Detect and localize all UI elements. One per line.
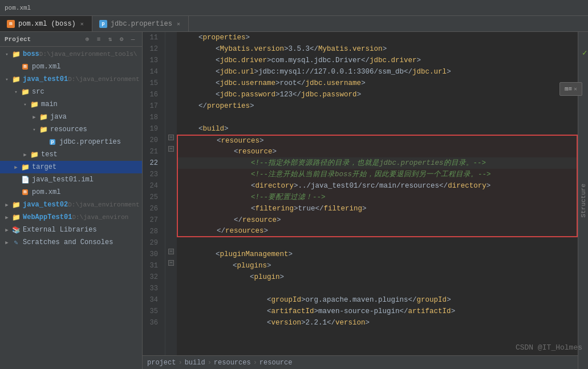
tree-arrow: ▾ bbox=[2, 50, 11, 59]
tree-arrow: ▾ bbox=[21, 100, 30, 109]
line-num-28: 28 bbox=[143, 226, 161, 237]
sidebar-item-scratches[interactable]: ▶ ✎ Scratches and Consoles bbox=[0, 236, 142, 249]
tab-pom[interactable]: m pom.xml (boss) ✕ bbox=[0, 16, 92, 31]
code-line-30: <pluginManagement> bbox=[177, 249, 578, 260]
line-num-13: 13 bbox=[143, 55, 161, 66]
editor-content: 11 12 13 14 15 16 17 18 19 20 21 22 23 2… bbox=[143, 32, 578, 355]
fold-marker-21[interactable]: − bbox=[168, 146, 174, 152]
code-line-22: <!--指定外部资源路径的目录，也就是jdbc.properties的目录。--… bbox=[177, 157, 578, 169]
line-num-17: 17 bbox=[143, 100, 161, 112]
list-item[interactable]: ▾ 📁 java_test01 D:\java_environment bbox=[0, 73, 142, 86]
list-item[interactable]: 📄 java_test01.iml bbox=[0, 173, 142, 186]
sort-icon[interactable]: ⇅ bbox=[106, 35, 115, 44]
tab-jdbc-close[interactable]: ✕ bbox=[176, 20, 181, 28]
breadcrumb: project › build › resources › resource bbox=[143, 355, 578, 369]
line-num-26: 26 bbox=[143, 203, 161, 214]
code-line-36: <version>2.2.1</version> bbox=[177, 317, 578, 329]
line-numbers: 11 12 13 14 15 16 17 18 19 20 21 22 23 2… bbox=[143, 32, 165, 355]
tree-sublabel2: D:\java_environment bbox=[68, 201, 139, 208]
list-item[interactable]: ▶ 📁 java_test02 D:\java_environment bbox=[0, 198, 142, 211]
line-num-22: 22 bbox=[143, 157, 161, 169]
tree-label: target bbox=[32, 163, 56, 171]
tree-label: pom.xml bbox=[32, 63, 60, 71]
list-item[interactable]: ▾ 📁 boss D:\java_environment_tools\ bbox=[0, 48, 142, 60]
scratch-icon: ✎ bbox=[11, 238, 21, 247]
settings-icon[interactable]: ⚙ bbox=[117, 35, 126, 44]
main-layout: Project ⊕ ≡ ⇅ ⚙ — ▾ 📁 boss D:\java_envir… bbox=[0, 32, 588, 369]
tree-label: src bbox=[32, 88, 44, 96]
line-num-35: 35 bbox=[143, 306, 161, 317]
list-item[interactable]: ▾ 📁 src bbox=[0, 86, 142, 98]
fold-marker-20[interactable]: − bbox=[168, 135, 174, 140]
list-item[interactable]: ▶ 📁 WebAppTest01 D:\java_environ bbox=[0, 211, 142, 224]
breadcrumb-item-resource[interactable]: resource bbox=[259, 359, 293, 367]
tab-pom-label: pom.xml (boss) bbox=[18, 20, 76, 28]
breadcrumb-item-project[interactable]: project bbox=[147, 359, 176, 367]
xml-icon2: m bbox=[21, 188, 30, 197]
folder-icon2: 📁 bbox=[11, 200, 21, 209]
folder-icon: 📁 bbox=[11, 75, 21, 84]
resources-folder-icon: 📁 bbox=[39, 125, 48, 134]
sidebar: Project ⊕ ≡ ⇅ ⚙ — ▾ 📁 boss D:\java_envir… bbox=[0, 32, 143, 369]
java-folder-icon: 📁 bbox=[39, 112, 48, 121]
list-item[interactable]: p jdbc.properties bbox=[0, 136, 142, 148]
line-num-23: 23 bbox=[143, 169, 161, 180]
tree-label: java bbox=[50, 113, 67, 121]
folder-icon: 📁 bbox=[11, 50, 21, 59]
code-line-34: <groupId>org.apache.maven.plugins</group… bbox=[177, 294, 578, 306]
editor-area: 11 12 13 14 15 16 17 18 19 20 21 22 23 2… bbox=[143, 32, 578, 369]
tree-arrow: ▾ bbox=[2, 75, 11, 84]
code-line-19: <build> bbox=[177, 123, 578, 135]
tree-arrow: ▶ bbox=[2, 238, 11, 247]
line-num-36: 36 bbox=[143, 317, 161, 329]
list-item[interactable]: ▾ 📁 main bbox=[0, 98, 142, 111]
folder-icon3: 📁 bbox=[11, 213, 21, 222]
list-item[interactable]: m pom.xml bbox=[0, 60, 142, 73]
library-icon: 📚 bbox=[11, 225, 21, 234]
breadcrumb-item-resources[interactable]: resources bbox=[214, 359, 251, 367]
code-line-23: <!--注意开始从当前目录boss开始，因此要退回到另一个工程目录。--> bbox=[177, 169, 578, 180]
new-file-icon[interactable]: ⊕ bbox=[83, 35, 92, 44]
sidebar-header: Project ⊕ ≡ ⇅ ⚙ — bbox=[0, 32, 142, 47]
list-item[interactable]: ▶ 📁 target bbox=[0, 161, 142, 173]
list-item[interactable]: ▶ 📚 External Libraries bbox=[0, 224, 142, 236]
code-line-11: <properties> bbox=[177, 32, 578, 43]
list-item[interactable]: ▶ 📁 test bbox=[0, 148, 142, 161]
code-area[interactable]: <properties> <Mybatis.version>3.5.3</Myb… bbox=[177, 32, 578, 355]
code-line-15: <jdbc.username>root</jdbc.username> bbox=[177, 78, 578, 89]
fold-marker-31[interactable]: − bbox=[168, 260, 174, 266]
line-num-33: 33 bbox=[143, 283, 161, 294]
code-line-26: <filtering>true</filtering> bbox=[177, 203, 578, 214]
tree-arrow: ▶ bbox=[2, 225, 11, 234]
fold-gutter: − − − − bbox=[165, 32, 177, 355]
line-num-24: 24 bbox=[143, 180, 161, 192]
sidebar-title: Project bbox=[5, 36, 31, 43]
line-num-19: 19 bbox=[143, 123, 161, 135]
tab-jdbc-label: jdbc.properties bbox=[111, 20, 172, 28]
editor-wrapper: m≡ ✕ ✓ 11 12 13 14 15 16 17 18 19 20 bbox=[143, 32, 588, 369]
tab-jdbc-icon: p bbox=[99, 20, 107, 28]
tree-sublabel: D:\java_environment bbox=[68, 76, 139, 83]
code-line-31: <plugins> bbox=[177, 260, 578, 271]
breadcrumb-sep-3: › bbox=[253, 359, 257, 367]
tree-arrow: ▾ bbox=[30, 125, 39, 134]
list-item[interactable]: m pom.xml bbox=[0, 186, 142, 198]
code-line-16: <jdbc.password>123</jdbc.password> bbox=[177, 89, 578, 100]
tab-pom-close[interactable]: ✕ bbox=[79, 20, 85, 28]
list-item[interactable]: ▾ 📁 resources bbox=[0, 123, 142, 136]
code-line-25: <!--要配置过滤！--> bbox=[177, 192, 578, 203]
fold-marker-30[interactable]: − bbox=[168, 249, 174, 254]
close-sidebar-icon[interactable]: — bbox=[128, 35, 137, 44]
line-num-20: 20 bbox=[143, 135, 161, 146]
tree-arrow: ▶ bbox=[21, 150, 30, 159]
sidebar-header-icons: ⊕ ≡ ⇅ ⚙ — bbox=[83, 35, 137, 44]
code-line-18 bbox=[177, 112, 578, 123]
collapse-all-icon[interactable]: ≡ bbox=[94, 35, 103, 44]
breadcrumb-item-build[interactable]: build bbox=[185, 359, 205, 367]
breadcrumb-sep-1: › bbox=[178, 359, 182, 367]
tab-jdbc[interactable]: p jdbc.properties ✕ bbox=[92, 16, 189, 31]
folder-icon: 📁 bbox=[21, 87, 30, 96]
build-status-indicator: ✓ bbox=[582, 48, 588, 56]
list-item[interactable]: ▶ 📁 java bbox=[0, 111, 142, 123]
structure-label[interactable]: Structure bbox=[580, 184, 587, 217]
